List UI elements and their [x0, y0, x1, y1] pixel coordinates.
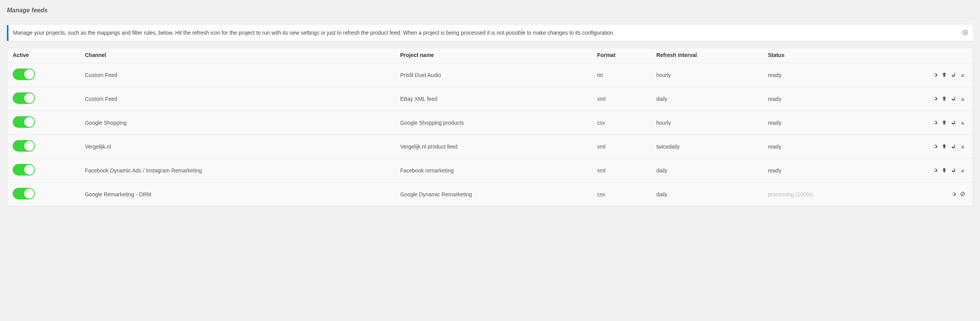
gear-icon[interactable] — [932, 95, 938, 102]
header-project: Project name — [395, 48, 592, 63]
cell-channel: Custom Feed — [80, 63, 395, 87]
cell-status: processing (100%) — [762, 182, 894, 206]
cell-refresh: hourly — [651, 63, 763, 87]
cell-channel: Vergelijk.nl — [80, 135, 395, 159]
feeds-table: Active Channel Project name Format Refre… — [7, 48, 973, 206]
header-format: Format — [592, 48, 651, 63]
cell-status: ready — [762, 135, 894, 159]
close-icon[interactable] — [962, 29, 968, 36]
active-toggle[interactable] — [13, 69, 35, 80]
header-actions — [894, 48, 973, 63]
table-row: Google ShoppingGoogle Shopping productsc… — [7, 111, 973, 135]
table-row: Facebook Dynamic Ads / Instagram Remarke… — [7, 159, 973, 182]
trash-icon[interactable] — [941, 167, 947, 173]
table-row: Google Remarketing - DRMGoogle Dynamic R… — [7, 182, 973, 206]
refresh-icon[interactable] — [950, 95, 957, 102]
table-row: Vergelijk.nlVergelijk.nl product feedxml… — [7, 135, 973, 159]
cell-format: xml — [592, 159, 651, 182]
refresh-icon[interactable] — [950, 143, 957, 149]
active-toggle[interactable] — [13, 92, 35, 104]
cell-refresh: hourly — [651, 111, 763, 135]
download-icon[interactable] — [960, 72, 966, 78]
cell-status: ready — [762, 111, 894, 135]
info-notice: Manage your projects, such as the mappin… — [7, 25, 973, 41]
trash-icon[interactable] — [941, 119, 947, 125]
cell-refresh: daily — [651, 182, 763, 206]
cell-project: EBay XML feed — [395, 87, 592, 111]
cell-channel: Google Remarketing - DRM — [80, 182, 395, 206]
cell-refresh: twicedaily — [651, 135, 763, 159]
trash-icon[interactable] — [941, 143, 947, 149]
header-active: Active — [7, 48, 80, 63]
section-title: Manage feeds — [7, 5, 973, 18]
cell-format: xml — [592, 135, 651, 159]
header-status: Status — [762, 48, 894, 63]
row-actions — [932, 119, 966, 125]
row-actions — [950, 191, 966, 197]
cell-format: csv — [592, 182, 651, 206]
table-row: Custom FeedEBay XML feedxmldailyready — [7, 87, 973, 111]
active-toggle[interactable] — [13, 140, 35, 152]
cell-status: ready — [762, 63, 894, 87]
download-icon[interactable] — [960, 95, 966, 102]
cell-project: Google Dynamic Remarketing — [395, 182, 592, 206]
active-toggle[interactable] — [13, 188, 35, 199]
row-actions — [932, 167, 966, 173]
cell-channel: Google Shopping — [80, 111, 395, 135]
cell-refresh: daily — [651, 159, 763, 182]
gear-icon[interactable] — [932, 72, 938, 78]
gear-icon[interactable] — [932, 143, 938, 149]
cancel-icon[interactable] — [960, 191, 966, 197]
cell-project: Vergelijk.nl product feed — [395, 135, 592, 159]
trash-icon[interactable] — [941, 72, 947, 78]
download-icon[interactable] — [960, 119, 966, 125]
gear-icon[interactable] — [932, 167, 938, 173]
refresh-icon[interactable] — [950, 72, 957, 78]
cell-format: csv — [592, 111, 651, 135]
header-channel: Channel — [80, 48, 395, 63]
refresh-icon[interactable] — [950, 119, 957, 125]
cell-project: Prisfil Duet Audio — [395, 63, 592, 87]
table-header-row: Active Channel Project name Format Refre… — [7, 48, 973, 63]
download-icon[interactable] — [960, 143, 966, 149]
row-actions — [932, 143, 966, 149]
cell-project: Google Shopping products — [395, 111, 592, 135]
active-toggle[interactable] — [13, 116, 35, 128]
download-icon[interactable] — [960, 167, 966, 173]
cell-status: ready — [762, 87, 894, 111]
active-toggle[interactable] — [13, 164, 35, 176]
row-actions — [932, 72, 966, 78]
cell-project: Facebook remarketing — [395, 159, 592, 182]
cell-status: ready — [762, 159, 894, 182]
cell-channel: Facebook Dynamic Ads / Instagram Remarke… — [80, 159, 395, 182]
trash-icon[interactable] — [941, 95, 947, 102]
table-row: Custom FeedPrisfil Duet Audiotxthourlyre… — [7, 63, 973, 87]
refresh-icon[interactable] — [950, 167, 957, 173]
row-actions — [932, 95, 966, 102]
cell-format: xml — [592, 87, 651, 111]
gear-icon[interactable] — [932, 119, 938, 125]
header-refresh: Refresh interval — [651, 48, 763, 63]
cell-format: txt — [592, 63, 651, 87]
cell-refresh: daily — [651, 87, 763, 111]
cell-channel: Custom Feed — [80, 87, 395, 111]
gear-icon[interactable] — [950, 191, 957, 197]
notice-text: Manage your projects, such as the mappin… — [13, 29, 957, 37]
